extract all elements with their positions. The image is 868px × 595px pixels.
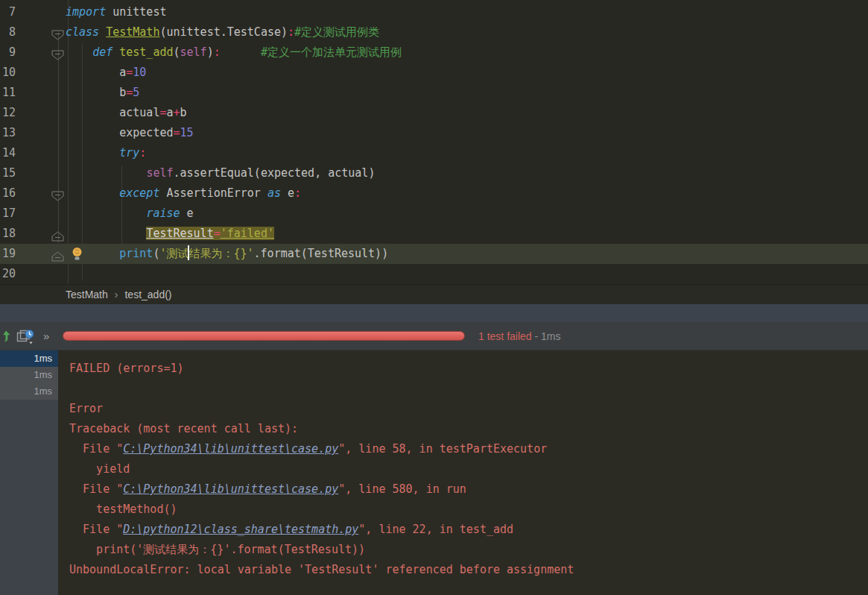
editor-lines: 7import unittest8class TestMath(unittest… (0, 2, 868, 284)
code-text: actual=a+b (66, 103, 868, 123)
line-number[interactable]: 13 (0, 123, 16, 143)
console-text: testMethod() (69, 503, 177, 516)
fold-marker-icon[interactable] (51, 188, 64, 198)
console-text: Traceback (most recent call last): (69, 422, 298, 435)
breadcrumb: TestMath›test_add() (0, 284, 868, 304)
console-output: FAILED (errors=1) ErrorTraceback (most r… (58, 350, 868, 595)
code-text: import unittest (66, 2, 868, 22)
tests-failed-label: 1 test failed (478, 330, 532, 342)
line-number[interactable]: 14 (0, 143, 16, 163)
text-cursor (188, 245, 189, 260)
code-text: try: (66, 143, 868, 163)
console-text: ", line 58, in testPartExecutor (338, 442, 547, 456)
fold-marker-icon[interactable] (51, 27, 64, 37)
test-history-icon[interactable] (16, 328, 36, 344)
console-line: File "C:\Python34\lib\unittest\case.py",… (69, 479, 868, 500)
code-text: except AssertionError as e: (66, 183, 868, 204)
editor-line[interactable]: 10 a=10 (0, 63, 868, 83)
console-file-link[interactable]: D:\python12\class_share\testmath.py (123, 523, 358, 536)
console-line: yield (69, 459, 868, 479)
editor-line[interactable]: 20 (0, 264, 868, 284)
code-text: TestResult='failed' (66, 224, 868, 244)
code-text: print('测试结果为：{}'.format(TestResult)) (66, 244, 868, 264)
test-duration-row[interactable]: 1ms (0, 383, 58, 400)
console-text: File " (69, 442, 123, 456)
line-number[interactable]: 15 (0, 163, 16, 183)
breadcrumb-class[interactable]: TestMath (66, 289, 108, 300)
tests-duration-label: 1ms (541, 330, 560, 342)
fold-marker-icon[interactable] (51, 248, 64, 259)
editor-line[interactable]: 13 expected=15 (0, 123, 868, 143)
line-number[interactable]: 20 (0, 264, 16, 284)
line-number[interactable]: 16 (0, 183, 16, 204)
line-number[interactable]: 17 (0, 204, 16, 224)
console-line: testMethod() (69, 500, 868, 520)
editor-line[interactable]: 7import unittest (0, 2, 868, 22)
console-line: print('测试结果为：{}'.format(TestResult)) (69, 540, 868, 560)
test-runner-toolbar: » 1 test failed - 1ms (0, 322, 868, 350)
code-text: expected=15 (66, 123, 868, 143)
fold-marker-icon[interactable] (51, 47, 64, 57)
console-text: Error (69, 402, 103, 415)
code-text: self.assertEqual(expected, actual) (66, 163, 868, 183)
console-text: yield (69, 462, 130, 476)
console-text: File " (69, 523, 123, 536)
fold-marker-icon[interactable] (51, 228, 64, 239)
line-number[interactable]: 11 (0, 83, 16, 103)
console-line: FAILED (errors=1) (69, 359, 868, 379)
console-line (69, 379, 868, 399)
line-number[interactable]: 9 (0, 42, 16, 63)
console-text: File " (69, 482, 123, 496)
console-text: ", line 580, in run (338, 482, 466, 496)
status-separator: - (532, 330, 541, 342)
test-progress-bar (63, 331, 465, 341)
editor-line[interactable]: 14 try: (0, 143, 868, 163)
console-text: ", line 22, in test_add (358, 523, 513, 536)
console-line: UnboundLocalError: local variable 'TestR… (69, 560, 868, 580)
up-arrow-icon[interactable] (1, 330, 10, 342)
line-number[interactable]: 7 (0, 2, 16, 22)
more-actions-chevron-icon[interactable]: » (43, 330, 50, 342)
editor-line[interactable]: 8class TestMath(unittest.TestCase):#定义测试… (0, 22, 868, 42)
editor-line[interactable]: 9 def test_add(self): #定义一个加法单元测试用例 (0, 42, 868, 63)
console-text: print('测试结果为：{}'.format(TestResult)) (69, 543, 365, 556)
code-text: a=10 (66, 63, 868, 83)
line-number[interactable]: 8 (0, 22, 16, 42)
code-text: class TestMath(unittest.TestCase):#定义测试用… (66, 22, 868, 42)
line-number[interactable]: 19 (0, 244, 16, 264)
code-editor[interactable]: 7import unittest8class TestMath(unittest… (0, 0, 868, 284)
code-text: def test_add(self): #定义一个加法单元测试用例 (66, 42, 868, 63)
run-panel-header (0, 304, 868, 322)
editor-line[interactable]: 18 TestResult='failed' (0, 224, 868, 244)
breadcrumb-separator-icon: › (115, 289, 118, 300)
line-number[interactable]: 10 (0, 63, 16, 83)
editor-line[interactable]: 11 b=5 (0, 83, 868, 103)
code-text: raise e (66, 204, 868, 224)
editor-line[interactable]: 17 raise e (0, 204, 868, 224)
editor-line[interactable]: 15 self.assertEqual(expected, actual) (0, 163, 868, 183)
editor-line[interactable]: 16 except AssertionError as e: (0, 183, 868, 204)
breadcrumb-method[interactable]: test_add() (124, 289, 171, 300)
test-durations-panel[interactable]: 1ms1ms1ms (0, 350, 58, 595)
console-text: FAILED (errors=1) (69, 362, 184, 375)
console-file-link[interactable]: C:\Python34\lib\unittest\case.py (123, 442, 338, 456)
console-file-link[interactable]: C:\Python34\lib\unittest\case.py (123, 482, 338, 496)
console-text: UnboundLocalError: local variable 'TestR… (69, 563, 574, 576)
editor-line[interactable]: 19 print('测试结果为：{}'.format(TestResult)) (0, 244, 868, 264)
console-line: Traceback (most recent call last): (69, 419, 868, 439)
editor-line[interactable]: 12 actual=a+b (0, 103, 868, 123)
console-line: File "D:\python12\class_share\testmath.p… (69, 520, 868, 540)
console-line: Error (69, 399, 868, 419)
console-line: File "C:\Python34\lib\unittest\case.py",… (69, 439, 868, 459)
code-text: b=5 (66, 83, 868, 103)
line-number[interactable]: 18 (0, 224, 16, 244)
test-status: 1 test failed - 1ms (478, 330, 561, 342)
test-duration-row[interactable]: 1ms (0, 350, 58, 367)
line-number[interactable]: 12 (0, 103, 16, 123)
test-duration-row[interactable]: 1ms (0, 367, 58, 383)
